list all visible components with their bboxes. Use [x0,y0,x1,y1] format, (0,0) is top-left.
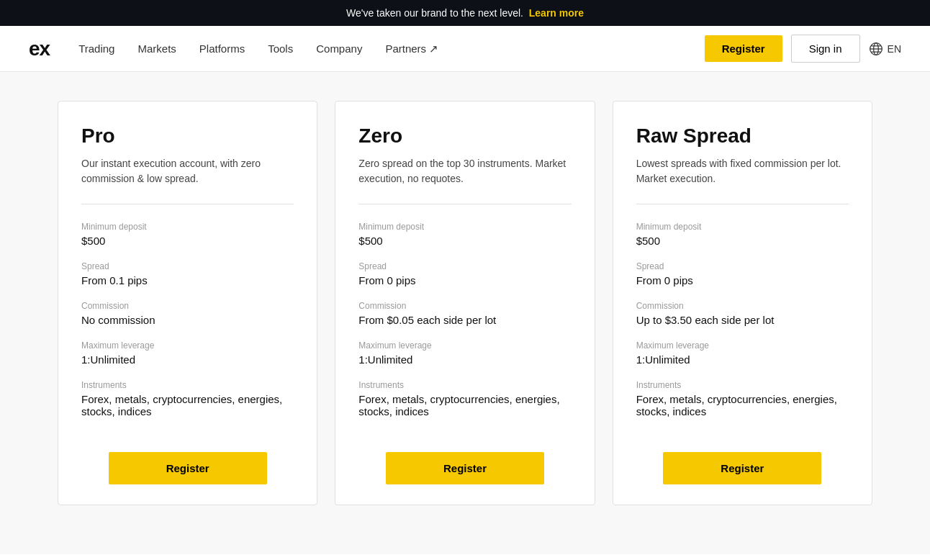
detail-label: Commission [636,301,849,311]
detail-label: Spread [81,261,294,271]
card-description: Zero spread on the top 30 instruments. M… [358,156,571,186]
card-description: Lowest spreads with fixed commission per… [636,156,849,186]
nav-tools[interactable]: Tools [268,42,293,55]
detail-item: Maximum leverage 1:Unlimited [358,340,571,366]
detail-label: Instruments [358,380,571,390]
banner-text: We've taken our brand to the next level. [346,7,523,19]
card-divider [358,204,571,204]
detail-value: 1:Unlimited [358,353,571,366]
account-card-2: Raw Spread Lowest spreads with fixed com… [613,101,872,505]
detail-value: Up to $3.50 each side per lot [636,314,849,326]
detail-value: Forex, metals, cryptocurrencies, energie… [636,393,849,417]
register-button[interactable]: Register [705,35,782,62]
detail-label: Instruments [81,380,294,390]
detail-value: 1:Unlimited [636,353,849,366]
card-details: Minimum deposit $500 Spread From 0 pips … [358,222,571,432]
detail-item: Maximum leverage 1:Unlimited [81,340,294,366]
card-details: Minimum deposit $500 Spread From 0 pips … [636,222,849,432]
detail-value: From $0.05 each side per lot [358,314,571,326]
detail-label: Instruments [636,380,849,390]
detail-item: Spread From 0.1 pips [81,261,294,286]
card-divider [81,204,294,204]
card-register-button[interactable]: Register [663,452,821,484]
account-card-0: Pro Our instant execution account, with … [58,101,317,505]
detail-value: Forex, metals, cryptocurrencies, energie… [358,393,571,417]
signin-button[interactable]: Sign in [791,35,860,63]
detail-label: Maximum leverage [81,340,294,351]
language-button[interactable]: EN [869,42,901,56]
detail-value: $500 [81,235,294,247]
detail-label: Minimum deposit [81,222,294,232]
detail-label: Commission [358,301,571,311]
main-content: Pro Our instant execution account, with … [0,72,930,554]
nav-markets[interactable]: Markets [137,42,176,55]
card-footer: Register [636,452,849,484]
logo[interactable]: ex [29,37,50,60]
card-title: Raw Spread [636,125,849,148]
detail-item: Minimum deposit $500 [636,222,849,247]
detail-label: Commission [81,301,294,311]
detail-label: Minimum deposit [636,222,849,232]
detail-value: Forex, metals, cryptocurrencies, energie… [81,393,294,417]
detail-value: From 0 pips [636,274,849,286]
detail-item: Maximum leverage 1:Unlimited [636,340,849,366]
detail-label: Minimum deposit [358,222,571,232]
card-footer: Register [81,452,294,484]
detail-item: Commission No commission [81,301,294,326]
account-card-1: Zero Zero spread on the top 30 instrumen… [335,101,595,505]
detail-value: $500 [358,235,571,247]
detail-item: Minimum deposit $500 [81,222,294,247]
detail-label: Maximum leverage [636,340,849,351]
detail-label: Spread [636,261,849,271]
nav-actions: Register Sign in EN [705,35,901,63]
nav-partners[interactable]: Partners ↗ [385,42,438,55]
detail-item: Spread From 0 pips [358,261,571,286]
detail-item: Instruments Forex, metals, cryptocurrenc… [636,380,849,417]
card-footer: Register [358,452,571,484]
card-description: Our instant execution account, with zero… [81,156,294,186]
globe-icon [869,42,883,56]
card-register-button[interactable]: Register [109,452,267,484]
nav-platforms[interactable]: Platforms [199,42,245,55]
detail-label: Maximum leverage [358,340,571,351]
card-title: Zero [358,125,571,148]
card-register-button[interactable]: Register [386,452,544,484]
card-divider [636,204,849,204]
lang-label: EN [888,43,901,55]
detail-item: Commission From $0.05 each side per lot [358,301,571,326]
logo-text: ex [29,37,50,60]
navbar: ex Trading Markets Platforms Tools Compa… [0,26,930,72]
banner-link[interactable]: Learn more [529,7,584,19]
detail-value: From 0 pips [358,274,571,286]
card-details: Minimum deposit $500 Spread From 0.1 pip… [81,222,294,432]
detail-item: Commission Up to $3.50 each side per lot [636,301,849,326]
nav-company[interactable]: Company [316,42,362,55]
detail-item: Instruments Forex, metals, cryptocurrenc… [358,380,571,417]
detail-value: No commission [81,314,294,326]
top-banner: We've taken our brand to the next level.… [0,0,930,26]
nav-links: Trading Markets Platforms Tools Company … [78,42,704,55]
detail-item: Minimum deposit $500 [358,222,571,247]
nav-trading[interactable]: Trading [78,42,114,55]
detail-value: From 0.1 pips [81,274,294,286]
card-title: Pro [81,125,294,148]
detail-value: $500 [636,235,849,247]
detail-item: Instruments Forex, metals, cryptocurrenc… [81,380,294,417]
cards-container: Pro Our instant execution account, with … [58,101,872,505]
detail-value: 1:Unlimited [81,353,294,366]
detail-item: Spread From 0 pips [636,261,849,286]
detail-label: Spread [358,261,571,271]
